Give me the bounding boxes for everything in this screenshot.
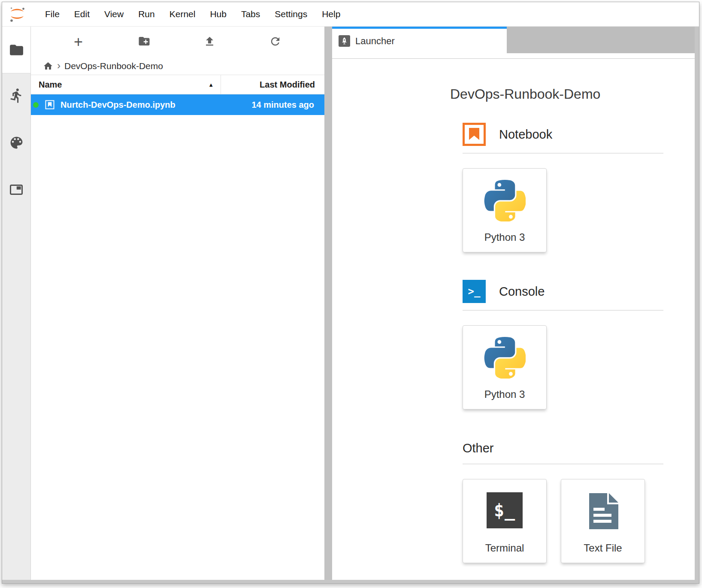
launcher-panel: DevOps-Runbook-Demo Notebook [332,59,695,580]
file-browser-panel: + [31,27,324,580]
launcher-card-text-file[interactable]: Text File [561,479,645,563]
kernel-running-dot-icon [33,102,39,108]
section-heading-notebook: Notebook [499,127,552,142]
card-label-python3: Python 3 [484,388,525,400]
plus-icon: + [74,34,83,50]
launcher-card-console-python3[interactable]: Python 3 [463,325,547,409]
upload-button[interactable] [177,35,242,49]
menu-settings[interactable]: Settings [267,9,315,19]
tab-launcher-label: Launcher [355,36,395,47]
home-icon[interactable] [43,61,53,71]
python-logo-icon [484,337,526,379]
menu-run[interactable]: Run [131,9,162,19]
terminal-glyph: $_ [494,500,515,520]
breadcrumb-separator: › [57,60,61,72]
refresh-button[interactable] [242,35,308,49]
upload-icon [203,35,216,49]
new-launcher-button[interactable]: + [45,34,111,50]
palette-icon [9,135,24,152]
menu-bar: File Edit View Run Kernel Hub Tabs Setti… [2,2,699,27]
refresh-icon [269,35,281,49]
section-divider [463,310,663,311]
launcher-section-other: Other $_ Terminal [463,439,663,563]
section-divider [463,153,663,154]
new-folder-button[interactable] [111,35,177,49]
column-header-name[interactable]: Name ▲ [31,75,221,94]
notebook-icon [463,123,486,146]
panel-splitter[interactable] [324,27,332,580]
dock-strip [332,53,695,59]
tabs-icon [9,182,24,199]
name-column-label: Name [39,80,62,90]
section-heading-console: Console [499,285,545,299]
window-bottom-edge [2,580,699,583]
window-right-edge [695,27,699,580]
file-list-header: Name ▲ Last Modified [31,75,324,94]
menu-edit[interactable]: Edit [67,9,97,19]
tab-launcher[interactable]: Launcher [332,27,507,53]
jupyterlab-window: File Edit View Run Kernel Hub Tabs Setti… [2,2,699,584]
launcher-rocket-icon [339,35,350,47]
menu-help[interactable]: Help [315,9,348,19]
sidebar-item-running-sessions[interactable] [9,88,24,105]
folder-icon [9,42,24,58]
section-heading-other: Other [463,441,494,455]
launcher-title: DevOps-Runbook-Demo [450,86,695,102]
text-file-icon [587,492,619,530]
main-dock: Launcher DevOps-Runbook-Demo [332,27,695,580]
running-man-icon [9,88,24,105]
sort-ascending-icon: ▲ [208,82,214,88]
launcher-card-notebook-python3[interactable]: Python 3 [463,168,547,252]
breadcrumb: › DevOps-Runbook-Demo [31,58,324,75]
breadcrumb-current[interactable]: DevOps-Runbook-Demo [64,61,163,71]
menu-kernel[interactable]: Kernel [162,9,203,19]
launcher-section-notebook: Notebook Python 3 [463,123,663,252]
last-modified-column-label: Last Modified [260,80,315,90]
section-divider [463,464,663,464]
menu-hub[interactable]: Hub [203,9,234,19]
console-glyph: >_ [468,285,481,297]
sidebar-item-command-palette[interactable] [9,135,24,152]
menu-view[interactable]: View [97,9,131,19]
card-label-terminal: Terminal [485,542,524,554]
terminal-icon: $_ [487,492,523,528]
card-label-text-file: Text File [584,542,622,554]
card-label-python3: Python 3 [484,231,525,243]
jupyter-logo-icon [8,5,27,24]
console-icon: >_ [463,280,486,303]
launcher-section-console: >_ Console Python 3 [463,280,663,409]
file-browser-toolbar: + [31,27,324,58]
file-row-selected[interactable]: Nurtch-DevOps-Demo.ipynb 14 minutes ago [31,94,324,115]
left-activity-bar [2,27,31,580]
new-folder-icon [138,35,151,49]
shell: + [2,27,699,580]
dock-tab-bar: Launcher [332,27,695,53]
sidebar-rest [2,73,30,580]
sidebar-item-file-browser[interactable] [2,27,30,73]
sidebar-item-open-tabs[interactable] [9,182,24,199]
menu-file[interactable]: File [38,9,67,19]
file-name: Nurtch-DevOps-Demo.ipynb [61,100,176,110]
notebook-file-icon [44,99,55,110]
python-logo-icon [484,180,526,221]
column-header-last-modified[interactable]: Last Modified [221,75,324,94]
file-last-modified: 14 minutes ago [251,100,324,110]
menu-tabs[interactable]: Tabs [234,9,267,19]
launcher-card-terminal[interactable]: $_ Terminal [463,479,547,563]
